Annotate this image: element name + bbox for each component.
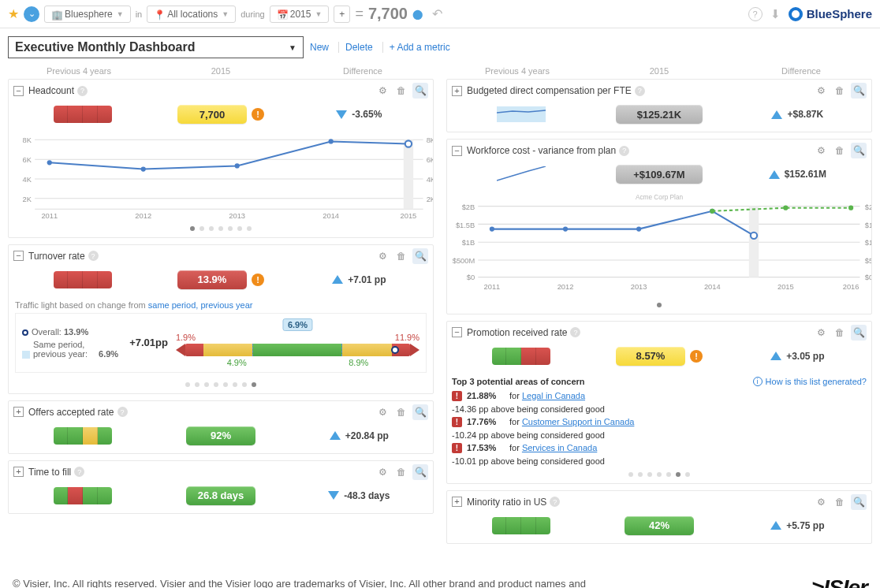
metric-value: 92% xyxy=(186,426,255,445)
how-generated-link[interactable]: iHow is this list generated? xyxy=(753,377,867,386)
pager-dots[interactable] xyxy=(9,221,433,237)
svg-point-14 xyxy=(141,166,146,171)
traffic-light xyxy=(54,106,112,123)
help-icon[interactable]: ? xyxy=(88,251,99,261)
expand-button[interactable]: + xyxy=(13,407,24,417)
help-icon[interactable]: ? xyxy=(77,86,88,96)
pin-icon: 📍 xyxy=(154,9,163,19)
card-title: Turnover rate xyxy=(28,251,85,262)
add-filter-button[interactable]: + xyxy=(334,6,350,23)
svg-text:2K: 2K xyxy=(23,195,32,203)
search-icon[interactable]: 🔍 xyxy=(851,325,867,341)
gear-icon[interactable]: ⚙ xyxy=(813,325,829,341)
svg-point-15 xyxy=(235,163,240,168)
help-icon[interactable]: ? xyxy=(74,467,84,477)
undo-icon[interactable]: ↶ xyxy=(432,6,442,21)
gear-icon[interactable]: ⚙ xyxy=(813,494,829,510)
search-icon[interactable]: 🔍 xyxy=(412,83,428,99)
svg-text:2014: 2014 xyxy=(323,212,339,220)
gear-icon[interactable]: ⚙ xyxy=(375,248,390,264)
svg-text:$500M: $500M xyxy=(865,257,871,265)
org-selector[interactable]: 🏢 Bluesphere ▼ xyxy=(44,6,131,23)
trend-up-icon xyxy=(332,275,343,284)
favorite-icon[interactable]: ★ xyxy=(8,6,19,21)
svg-text:$2B: $2B xyxy=(865,203,871,211)
trash-icon[interactable]: 🗑 xyxy=(832,143,848,158)
expand-button[interactable]: + xyxy=(452,497,462,507)
svg-text:2013: 2013 xyxy=(229,212,245,220)
trend-up-icon xyxy=(769,170,780,179)
gear-icon[interactable]: ⚙ xyxy=(375,83,390,99)
card-workforce: − Workforce cost - variance from plan ? … xyxy=(446,139,872,314)
new-link[interactable]: New xyxy=(310,42,329,53)
search-icon[interactable]: 🔍 xyxy=(851,494,867,510)
gear-icon[interactable]: ⚙ xyxy=(813,143,829,158)
dashboard-title-dropdown[interactable]: Executive Monthly Dashboard ▼ xyxy=(8,36,304,58)
org-label: Bluesphere xyxy=(65,9,113,20)
search-icon[interactable]: 🔍 xyxy=(851,83,867,99)
collapse-button[interactable]: − xyxy=(13,86,24,96)
equals-label: = xyxy=(355,6,364,22)
dropdown-icon[interactable]: ⌄ xyxy=(24,6,39,22)
concern-item: !17.53%for Services in Canada xyxy=(447,441,871,455)
gear-icon[interactable]: ⚙ xyxy=(375,404,390,420)
help-icon[interactable]: ? xyxy=(619,146,629,156)
collapse-button[interactable]: − xyxy=(452,146,462,156)
delete-link[interactable]: Delete xyxy=(338,42,373,53)
col-diff: Difference xyxy=(730,66,872,76)
caret-icon: ▼ xyxy=(289,43,296,52)
expand-button[interactable]: + xyxy=(452,86,462,96)
concern-link[interactable]: Legal in Canada xyxy=(522,391,585,400)
metric-diff: -48.3 days xyxy=(344,490,390,501)
help-icon[interactable]: ? xyxy=(635,86,645,96)
period-selector[interactable]: 📅 2015 ▼ xyxy=(270,6,330,23)
metric-value: +$109.67M xyxy=(616,165,703,184)
concern-link[interactable]: Services in Canada xyxy=(522,443,597,452)
trash-icon[interactable]: 🗑 xyxy=(832,325,848,341)
svg-point-45 xyxy=(751,233,757,239)
pager-dots[interactable] xyxy=(9,378,433,393)
location-selector[interactable]: 📍 All locations ▼ xyxy=(147,6,236,23)
card-title: Budgeted direct compensation per FTE xyxy=(467,85,632,96)
metric-diff: +5.75 pp xyxy=(786,520,824,531)
pager-dots[interactable] xyxy=(447,298,871,314)
metric-value: 13.9% xyxy=(177,270,247,289)
gear-icon[interactable]: ⚙ xyxy=(813,83,829,99)
trash-icon[interactable]: 🗑 xyxy=(393,404,409,420)
trash-icon[interactable]: 🗑 xyxy=(832,83,848,99)
total-count: 7,700 xyxy=(368,5,408,23)
svg-text:8K: 8K xyxy=(23,136,32,144)
collapse-button[interactable]: − xyxy=(13,251,24,261)
gauge-arrow-left-icon xyxy=(176,344,185,356)
search-icon[interactable]: 🔍 xyxy=(412,464,428,480)
concern-link[interactable]: Customer Support in Canada xyxy=(522,417,634,426)
add-metric-link[interactable]: + Add a metric xyxy=(382,42,450,53)
trash-icon[interactable]: 🗑 xyxy=(832,494,848,510)
help-icon[interactable]: ? xyxy=(117,407,128,417)
card-promotion: − Promotion received rate ? ⚙🗑🔍 8.57%! +… xyxy=(446,321,872,484)
gear-icon[interactable]: ⚙ xyxy=(375,464,390,480)
search-icon[interactable]: 🔍 xyxy=(851,143,867,158)
alert-icon[interactable]: ! xyxy=(252,108,264,121)
gauge-needle-icon xyxy=(391,346,399,354)
trash-icon[interactable]: 🗑 xyxy=(393,83,409,99)
alert-icon[interactable]: ! xyxy=(252,274,264,286)
svg-point-41 xyxy=(490,226,494,231)
trash-icon[interactable]: 🗑 xyxy=(393,248,409,264)
search-icon[interactable]: 🔍 xyxy=(412,404,428,420)
alert-icon[interactable]: ! xyxy=(690,350,703,363)
download-icon[interactable]: ⬇ xyxy=(770,7,781,21)
collapse-button[interactable]: − xyxy=(452,327,462,337)
svg-text:$1.5B: $1.5B xyxy=(865,221,871,229)
help-icon[interactable]: ? xyxy=(748,7,763,21)
trash-icon[interactable]: 🗑 xyxy=(393,464,409,480)
trend-down-icon xyxy=(328,491,339,500)
search-icon[interactable]: 🔍 xyxy=(412,248,428,264)
expand-button[interactable]: + xyxy=(13,467,24,477)
svg-point-13 xyxy=(47,160,52,165)
note-link[interactable]: same period, previous year xyxy=(148,300,253,310)
pager-dots[interactable] xyxy=(447,467,871,483)
help-icon[interactable]: ? xyxy=(570,327,580,337)
svg-text:2011: 2011 xyxy=(41,212,58,220)
help-icon[interactable]: ? xyxy=(550,497,560,507)
